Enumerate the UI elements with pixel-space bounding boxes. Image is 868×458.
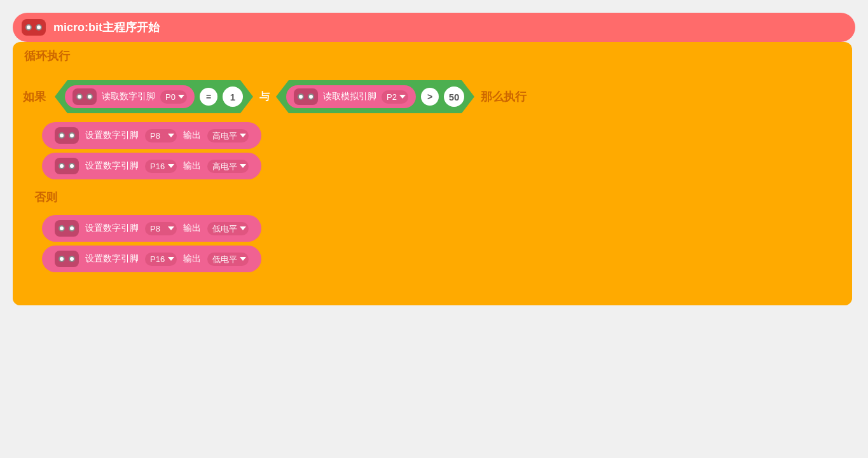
value2-badge: 50: [444, 87, 464, 107]
loop-footer: [13, 286, 852, 305]
eye-right: [36, 24, 42, 31]
else2-pin-select[interactable]: P16P0P8: [145, 253, 177, 266]
action-block-2: 设置数字引脚 P16P0P8 输出 高电平低电平: [42, 153, 261, 179]
microbit-icon: [22, 19, 46, 36]
action1-icon: [55, 127, 79, 144]
s2-eye-right: [308, 94, 314, 100]
then-label: 那么执行: [481, 89, 527, 104]
a1-eye-left: [59, 132, 65, 139]
sensor1-label: 读取数字引脚: [102, 91, 155, 102]
else-actions: 设置数字引脚 P8P0P16 输出 低电平高电平 设置数字引脚: [23, 211, 842, 276]
e1-eye-right: [69, 225, 75, 232]
then-actions: 设置数字引脚 P8P0P16 输出 高电平低电平 设置数字引脚: [23, 118, 842, 183]
action-block-1: 设置数字引脚 P8P0P16 输出 高电平低电平: [42, 122, 261, 149]
action1-level-select[interactable]: 高电平低电平: [207, 129, 249, 142]
loop-container: 循环执行 如果 读取数字引脚 P0P1P2: [13, 42, 852, 305]
else2-output-label: 输出: [183, 253, 201, 265]
action2-output-label: 输出: [183, 160, 201, 172]
else1-level-select[interactable]: 低电平高电平: [207, 222, 249, 235]
sensor2-label: 读取模拟引脚: [323, 91, 376, 102]
else2-icon: [55, 251, 79, 267]
else-block-2: 设置数字引脚 P16P0P8 输出 低电平高电平: [42, 246, 261, 272]
action2-pin-select[interactable]: P16P0P8: [145, 160, 177, 173]
else2-label: 设置数字引脚: [85, 253, 139, 265]
action2-level-select[interactable]: 高电平低电平: [207, 160, 249, 173]
condition2-block: 读取模拟引脚 P2P0P1 > 50: [276, 80, 474, 113]
if-label: 如果: [23, 89, 46, 104]
pin1-select[interactable]: P0P1P2: [160, 90, 187, 104]
action1-pin-select[interactable]: P8P0P16: [145, 129, 177, 142]
eye-left: [25, 24, 32, 31]
else1-label: 设置数字引脚: [85, 223, 139, 234]
else-block-1: 设置数字引脚 P8P0P16 输出 低电平高电平: [42, 215, 261, 242]
sensor2-block: 读取模拟引脚 P2P0P1: [286, 85, 416, 108]
loop-header: 循环执行: [13, 42, 852, 70]
s2-eye-left: [298, 94, 304, 100]
action1-label: 设置数字引脚: [85, 130, 139, 141]
a2-eye-right: [69, 163, 75, 169]
sensor2-icon: [294, 88, 318, 105]
s1-eye-right: [86, 94, 93, 100]
else1-pin-select[interactable]: P8P0P16: [145, 222, 177, 235]
else-header: 否则: [23, 183, 842, 211]
s1-eye-left: [76, 94, 83, 100]
start-label: micro:bit主程序开始: [53, 20, 160, 35]
and-label: 与: [259, 90, 270, 104]
else2-level-select[interactable]: 低电平高电平: [207, 253, 249, 266]
action2-icon: [55, 158, 79, 174]
op1-badge: =: [200, 88, 217, 106]
pin2-select[interactable]: P2P0P1: [382, 90, 408, 104]
sensor1-block: 读取数字引脚 P0P1P2: [65, 85, 195, 108]
else1-icon: [55, 220, 79, 237]
condition1-block: 读取数字引脚 P0P1P2 = 1: [55, 80, 253, 113]
value1-badge: 1: [223, 87, 243, 107]
loop-body: 如果 读取数字引脚 P0P1P2 = 1: [13, 70, 852, 286]
sensor1-icon: [72, 88, 97, 105]
if-row: 如果 读取数字引脚 P0P1P2 = 1: [23, 75, 842, 118]
action1-output-label: 输出: [183, 130, 201, 141]
workspace: micro:bit主程序开始 循环执行 如果 读取: [13, 13, 855, 305]
a1-eye-right: [69, 132, 75, 139]
e2-eye-left: [59, 256, 65, 262]
else1-output-label: 输出: [183, 223, 201, 234]
op2-badge: >: [421, 88, 439, 106]
a2-eye-left: [59, 163, 65, 169]
action2-label: 设置数字引脚: [85, 160, 139, 172]
start-block: micro:bit主程序开始: [13, 13, 855, 42]
e2-eye-right: [69, 256, 75, 262]
e1-eye-left: [59, 225, 65, 232]
